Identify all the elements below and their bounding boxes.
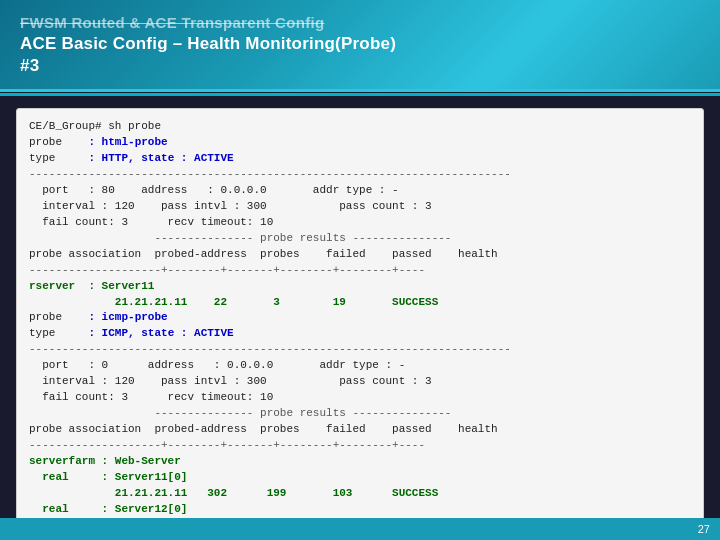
header-strikethrough: FWSM Routed & ACE Transparent Config: [20, 14, 700, 31]
page-number: 27: [698, 523, 710, 535]
code-probe-assoc-2: probe association probed-address probes …: [29, 422, 691, 438]
code-divider-1: ----------------------------------------…: [29, 167, 691, 183]
header-area: FWSM Routed & ACE Transparent Config ACE…: [0, 0, 720, 89]
code-real1-data: 21.21.21.11 302 199 103 SUCCESS: [29, 486, 691, 502]
code-divider-2: ----------------------------------------…: [29, 342, 691, 358]
code-rserver-data: 21.21.21.11 22 3 19 SUCCESS: [29, 295, 691, 311]
code-interval-2: interval : 120 pass intvl : 300 pass cou…: [29, 374, 691, 390]
code-real2-label: real : Server12[0]: [29, 502, 691, 518]
header-title: ACE Basic Config – Health Monitoring(Pro…: [20, 33, 700, 55]
header-subtitle: #3: [20, 55, 700, 77]
code-line-1: CE/B_Group# sh probe: [29, 119, 691, 135]
code-line-probe-label: probe : html-probe: [29, 135, 691, 151]
bottom-bar: 27: [0, 518, 720, 540]
code-fail-2: fail count: 3 recv timeout: 10: [29, 390, 691, 406]
code-probe2-label: probe : icmp-probe: [29, 310, 691, 326]
blue-divider: [0, 89, 720, 92]
code-serverfarm-label: serverfarm : Web-Server: [29, 454, 691, 470]
code-content-area: CE/B_Group# sh probe probe : html-probe …: [16, 108, 704, 540]
code-table-divider-2: --------------------+--------+-------+--…: [29, 438, 691, 454]
code-probe-results-2: --------------- probe results ----------…: [29, 406, 691, 422]
code-table-divider-1: --------------------+--------+-------+--…: [29, 263, 691, 279]
code-interval-1: interval : 120 pass intvl : 300 pass cou…: [29, 199, 691, 215]
code-real1-label: real : Server11[0]: [29, 470, 691, 486]
code-fail-1: fail count: 3 recv timeout: 10: [29, 215, 691, 231]
code-line-type-label: type : HTTP, state : ACTIVE: [29, 151, 691, 167]
code-type2-label: type : ICMP, state : ACTIVE: [29, 326, 691, 342]
code-rserver-label: rserver : Server11: [29, 279, 691, 295]
teal-divider: [0, 93, 720, 96]
code-probe-assoc-1: probe association probed-address probes …: [29, 247, 691, 263]
code-probe-results-1: --------------- probe results ----------…: [29, 231, 691, 247]
code-port-1: port : 80 address : 0.0.0.0 addr type : …: [29, 183, 691, 199]
code-port-2: port : 0 address : 0.0.0.0 addr type : -: [29, 358, 691, 374]
